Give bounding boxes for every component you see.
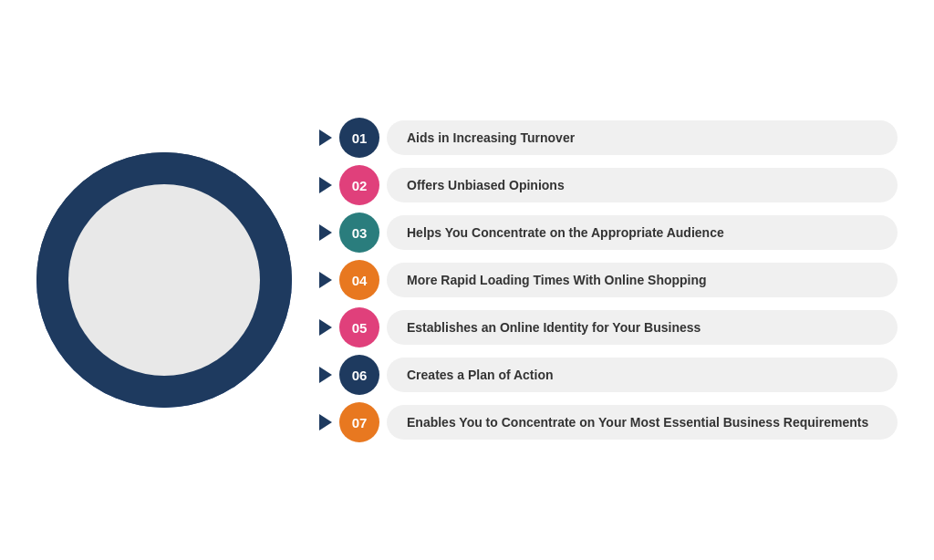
list-item: 01Aids in Increasing Turnover [319,118,898,158]
number-badge: 06 [339,355,379,395]
left-circle-section [36,152,292,408]
item-text-pill: Establishes an Online Identity for Your … [387,310,898,346]
number-badge: 04 [339,260,379,300]
number-badge: 07 [339,402,379,442]
inner-circle [68,184,260,376]
arrow-icon [319,224,332,241]
number-badge: 03 [339,213,379,253]
number-badge: 02 [339,165,379,205]
item-text-pill: Enables You to Concentrate on Your Most … [387,405,898,441]
list-item: 02Offers Unbiased Opinions [319,165,898,205]
arrow-icon [319,319,332,336]
item-text-pill: Creates a Plan of Action [387,358,898,393]
list-item: 05Establishes an Online Identity for You… [319,307,898,347]
item-text-pill: Helps You Concentrate on the Appropriate… [387,215,898,251]
item-text-pill: Aids in Increasing Turnover [387,120,898,156]
arrow-icon [319,177,332,193]
arrow-icon [319,272,332,288]
main-container: 01Aids in Increasing Turnover02Offers Un… [0,0,934,560]
arrow-icon [319,367,332,383]
arrow-icon [319,130,332,146]
arrow-icon [319,414,332,430]
item-text-pill: Offers Unbiased Opinions [387,168,898,203]
number-badge: 01 [339,118,379,158]
outer-circle [36,152,292,408]
right-list-section: 01Aids in Increasing Turnover02Offers Un… [319,118,898,442]
item-text-pill: More Rapid Loading Times With Online Sho… [387,263,898,298]
list-item: 07Enables You to Concentrate on Your Mos… [319,402,898,442]
number-badge: 05 [339,307,379,347]
list-item: 04More Rapid Loading Times With Online S… [319,260,898,300]
list-item: 06Creates a Plan of Action [319,355,898,395]
list-item: 03Helps You Concentrate on the Appropria… [319,213,898,253]
